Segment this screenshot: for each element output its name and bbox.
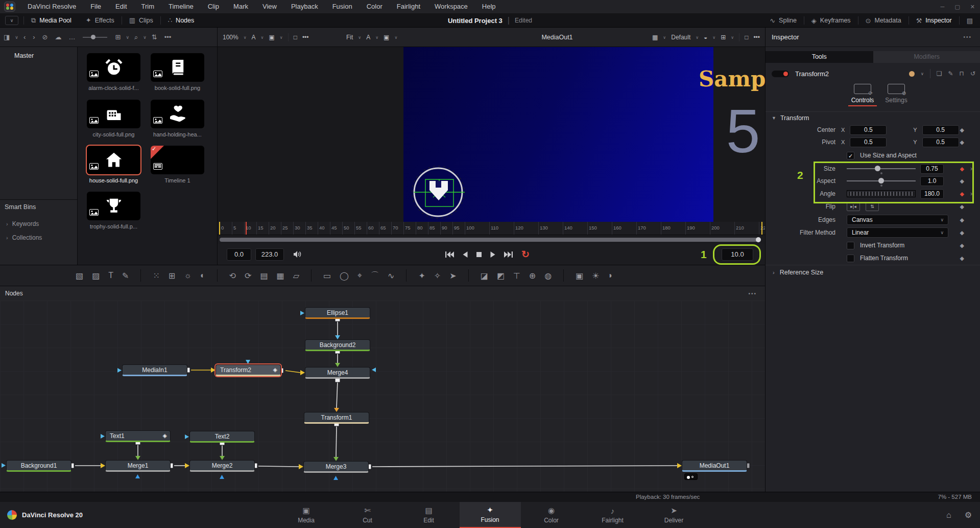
page-tab-fairlight[interactable]: ♪Fairlight [582,502,643,528]
clip-thumbnail-city[interactable] [87,100,140,128]
spline-button[interactable]: ∿ Spline [762,13,804,28]
transform-overlay-widget[interactable] [402,156,474,222]
node-mediain1[interactable]: MediaIn1 [122,364,187,376]
viewer-control[interactable]: Fit [346,34,353,41]
chevron-down-icon[interactable]: ∨ [394,35,397,40]
pin-icon[interactable]: ✎ [948,70,953,77]
viewer-control[interactable]: Default [671,34,690,41]
flatten-transform-checkbox[interactable] [847,255,854,262]
node-merge4[interactable]: Merge4 [305,367,370,379]
chevron-down-icon[interactable]: ∨ [280,35,283,40]
transform-section-header[interactable]: ▼ Transform [772,114,809,122]
page-tab-cut[interactable]: ✄Cut [337,502,398,528]
menu-item-edit[interactable]: Edit [108,0,134,13]
merge-icon[interactable]: ▦ [277,271,284,281]
forward-icon[interactable]: › [29,33,38,41]
viewer-canvas[interactable]: Sample 5 [218,47,766,222]
use-size-aspect-checkbox[interactable]: ✓ [847,152,854,159]
menu-item-trim[interactable]: Trim [134,0,162,13]
chevron-down-icon[interactable]: ∨ [696,35,699,40]
keyframe-icon[interactable]: ◆ [960,203,964,210]
clips-button[interactable]: ▥ Clips [122,13,160,28]
more-icon[interactable]: … [65,33,79,41]
subtab-settings[interactable]: ⚙ Settings [881,84,912,104]
gear-icon[interactable]: ⚙ [965,510,972,520]
clip-thumbnail-hand-heart[interactable] [151,100,204,128]
thumb-size-slider[interactable] [83,34,107,40]
menu-item-color[interactable]: Color [360,0,390,13]
subtab-controls[interactable]: ⟳ Controls [847,84,878,106]
skip-start-button[interactable] [445,251,454,258]
chevron-down-icon[interactable]: ∨ [731,35,734,40]
node-enable-toggle[interactable] [772,71,789,77]
keyframe-icon[interactable]: ◆ [960,229,964,236]
page-tab-edit[interactable]: ▤Edit [398,502,460,528]
node-ellipse1[interactable]: Ellipse1 [305,307,370,319]
lock-icon[interactable]: ⊓ [960,70,964,77]
camera3d-icon[interactable]: ▣ [576,271,583,281]
page-tab-media[interactable]: ▣Media [276,502,337,528]
nodes-button[interactable]: ∴ Nodes [161,13,201,28]
skip-end-button[interactable] [504,251,513,258]
paint-icon[interactable]: ✎ [122,271,129,281]
tab-modifiers[interactable]: Modifiers [873,51,980,63]
panel-toggle-icon[interactable]: ◨ [0,33,13,41]
polygon-mask-icon[interactable]: ⌖ [357,271,362,280]
chevron-down-icon[interactable]: ∨ [712,35,715,40]
viewer-control[interactable]: A [252,34,256,41]
chevron-down-icon[interactable]: ∨ [124,35,131,40]
keyframe-icon[interactable]: ◆ [960,127,964,133]
back-icon[interactable]: ‹ [20,33,29,41]
page-tab-deliver[interactable]: ➤Deliver [643,502,705,528]
step-back-button[interactable] [462,251,468,258]
invert-transform-checkbox[interactable] [847,242,854,249]
clip-thumbnail-alarm[interactable] [87,53,140,82]
menu-item-help[interactable]: Help [475,0,503,13]
panel-layout-button[interactable]: ▤ [960,13,980,28]
metadata-button[interactable]: ⊙ Metadata [858,13,909,28]
colorcurves-icon[interactable]: ◐ [200,271,205,280]
spline-icon[interactable]: ∿ [388,271,394,281]
fastnoise-icon[interactable]: ▨ [92,271,100,281]
edges-dropdown[interactable]: Canvas∨ [847,215,948,225]
viewer-control[interactable]: ▣ [269,34,274,41]
page-tab-color[interactable]: ◉Color [521,502,582,528]
viewer-control[interactable]: 100% [223,34,238,41]
more-icon[interactable]: ••• [161,33,175,41]
node-background1[interactable]: Background1 [6,460,71,472]
chevron-down-icon[interactable]: ∨ [244,35,247,40]
menu-item-fusion[interactable]: Fusion [325,0,360,13]
home-icon[interactable]: ⌂ [946,511,951,520]
menu-item-workspace[interactable]: Workspace [427,0,475,13]
options-menu-icon[interactable]: ••• [963,34,972,40]
viewer-control[interactable]: □ [294,34,297,41]
node-background2[interactable]: Background2 [305,339,370,351]
clip-thumbnail-book[interactable] [151,53,204,82]
stop-button[interactable] [476,251,482,258]
inspector-button[interactable]: ⚒ Inspector [909,13,959,28]
filter-method-dropdown[interactable]: Linear∨ [847,227,948,238]
menu-item-file[interactable]: File [83,0,108,13]
viewer-control[interactable]: ▣ [384,34,389,41]
viewer-control[interactable]: A [366,34,370,41]
rectangle-mask-icon[interactable]: ▭ [323,271,331,281]
layer-icon[interactable]: ▤ [260,271,268,281]
node-transform2[interactable]: Transform2◈ [216,364,281,376]
keyframe-icon[interactable]: ◆ [960,242,964,249]
center-x-field[interactable]: 0.5 [850,125,887,135]
colorcorrector-icon[interactable]: ☼ [184,271,192,280]
media-pool-button[interactable]: ⧉ Media Pool [24,13,79,28]
ellipse-mask-icon[interactable]: ◯ [340,271,349,281]
smart-bin-collections[interactable]: ›Collections [6,234,42,241]
menu-item-timeline[interactable]: Timeline [161,0,201,13]
pivot-y-field[interactable]: 0.5 [922,137,959,147]
sort-icon[interactable]: ⇅ [148,33,161,41]
minimize-icon[interactable]: ─ [941,4,945,10]
timeline-ruler[interactable]: 0510152025303540455055606570758085909510… [218,222,766,235]
chevron-down-icon[interactable]: ∨ [358,35,361,40]
viewer-control[interactable]: ••• [302,34,309,41]
play-button[interactable] [490,251,496,258]
scrollbar-handle[interactable] [756,237,761,242]
chevron-down-icon[interactable]: ∨ [921,72,924,76]
timeline-scrollbar[interactable] [220,238,760,242]
